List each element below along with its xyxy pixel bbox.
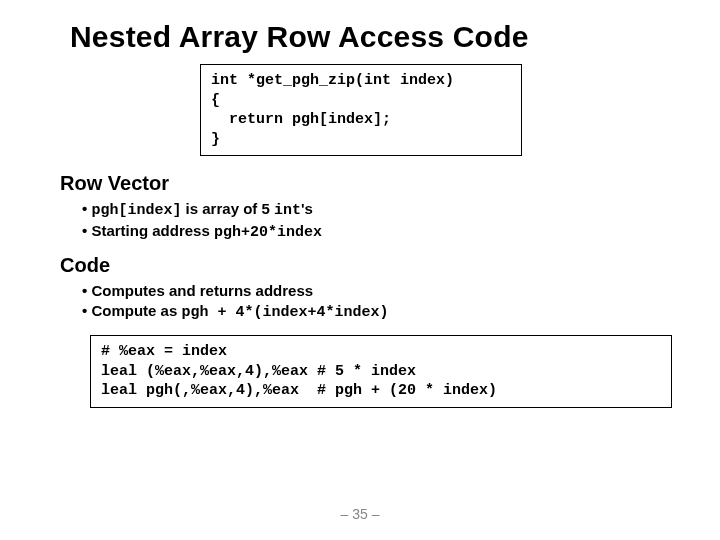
page-title: Nested Array Row Access Code: [70, 20, 680, 54]
text-span: is array of 5: [181, 200, 274, 217]
section-heading-row-vector: Row Vector: [60, 172, 680, 195]
row-vector-list: pgh[index] is array of 5 int's Starting …: [82, 199, 680, 244]
code-block-function: int *get_pgh_zip(int index) { return pgh…: [200, 64, 522, 156]
code-list: Computes and returns address Compute as …: [82, 281, 680, 324]
code-span: int: [274, 202, 301, 219]
text-span: Starting address: [91, 222, 214, 239]
code-span: pgh+20*index: [214, 224, 322, 241]
list-item: Compute as pgh + 4*(index+4*index): [82, 301, 680, 323]
section-heading-code: Code: [60, 254, 680, 277]
code-span: pgh[index]: [91, 202, 181, 219]
page-number: – 35 –: [0, 506, 720, 522]
code-block-assembly: # %eax = index leal (%eax,%eax,4),%eax #…: [90, 335, 672, 408]
text-span: Compute as: [91, 302, 181, 319]
slide: Nested Array Row Access Code int *get_pg…: [0, 0, 720, 540]
list-item: Starting address pgh+20*index: [82, 221, 680, 243]
text-span: 's: [301, 200, 313, 217]
code-span: pgh + 4*(index+4*index): [181, 304, 388, 321]
list-item: Computes and returns address: [82, 281, 680, 301]
list-item: pgh[index] is array of 5 int's: [82, 199, 680, 221]
